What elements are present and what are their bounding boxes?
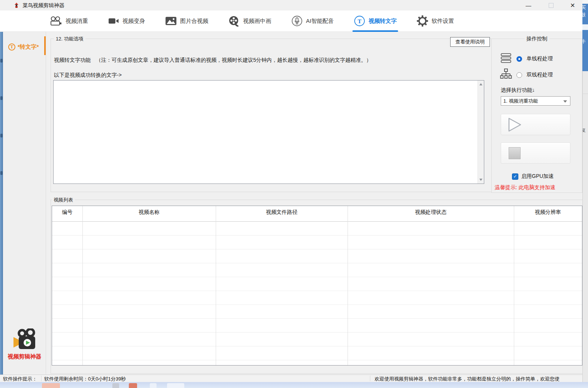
- background-window-strip: 买 鼓 牛 复: [582, 0, 588, 382]
- gpu-hint-text: 温馨提示: 此电脑支持加速: [495, 184, 555, 191]
- play-icon: [508, 117, 522, 132]
- video-table-body: [52, 222, 582, 366]
- video-table-header: 编号 视频名称 视频文件路径 视频处理状态 视频分辨率: [52, 206, 582, 222]
- status-bar: 软件操作提示： 软件使用剩余时间：0天0小时1分39秒 欢迎使用视频剪辑神器，软…: [0, 375, 588, 382]
- sidebar-item-label: *转文字*: [18, 43, 39, 51]
- column-divider: [348, 206, 348, 365]
- status-divider: [370, 376, 370, 381]
- column-divider: [216, 206, 216, 365]
- tab-label: 图片合视频: [180, 18, 208, 25]
- tab-ai-dubbing[interactable]: AI智能配音: [290, 10, 335, 32]
- select-function-label: 选择执行功能↓: [501, 87, 535, 94]
- column-header-path: 视频文件路径: [216, 206, 348, 221]
- single-thread-radio[interactable]: [516, 56, 522, 62]
- table-row: [52, 333, 582, 346]
- app-logo: 视频剪辑神器: [3, 328, 46, 360]
- tab-label: 软件设置: [431, 18, 454, 25]
- tab-label: 视频画中画: [243, 18, 271, 25]
- app-icon: [13, 2, 19, 8]
- table-row: [52, 319, 582, 333]
- chevron-down-icon: [563, 100, 567, 103]
- group-title: 操作控制: [525, 36, 549, 42]
- scroll-down-icon[interactable]: [479, 179, 482, 181]
- tab-video-transform[interactable]: 视频变身: [107, 10, 146, 32]
- edge-char: 复: [582, 127, 588, 134]
- video-list-group: 视频列表 编号 视频名称 视频文件路径 视频处理状态 视频分辨率: [51, 200, 587, 374]
- tab-video-to-text[interactable]: T 视频转文字: [352, 10, 398, 32]
- movie-camera-icon: [49, 16, 62, 26]
- gear-icon: [417, 15, 428, 27]
- scroll-up-icon[interactable]: [479, 83, 482, 85]
- film-reel-icon: [228, 15, 240, 27]
- stop-icon: [509, 147, 521, 159]
- sidebar: T *转文字* 视频剪辑神器: [3, 32, 46, 375]
- main-content: 12. 功能选项 查看使用说明 视频转文字功能 （注：可生成原创文章，建议导入普…: [46, 32, 582, 375]
- app-window: 菜鸟视频剪辑神器 — ✕ 视频消重 视频: [0, 0, 588, 388]
- column-divider: [82, 206, 83, 365]
- taskbar-icon: [150, 383, 157, 388]
- text-area-scrollbar[interactable]: [478, 81, 484, 184]
- tab-label: 视频转文字: [369, 18, 397, 25]
- letter-t-icon: T: [354, 15, 365, 27]
- tab-video-dedup[interactable]: 视频消重: [48, 10, 90, 32]
- minimize-button[interactable]: —: [520, 0, 537, 10]
- table-row: [52, 263, 582, 277]
- table-row: [52, 305, 582, 319]
- table-row: [52, 236, 582, 249]
- table-row: [52, 277, 582, 291]
- dual-thread-label: 双线程处理: [527, 72, 553, 78]
- video-camera-icon: [108, 17, 119, 25]
- taskbar-icon: [42, 383, 60, 388]
- tab-image-to-video[interactable]: 图片合视频: [164, 10, 210, 32]
- taskbar-icon: [112, 383, 119, 388]
- function-options-group: 12. 功能选项 查看使用说明 视频转文字功能 （注：可生成原创文章，建议导入普…: [51, 39, 492, 192]
- function-select[interactable]: 1. 视频消重功能: [501, 96, 570, 106]
- status-divider: [41, 376, 42, 381]
- tab-label: 视频消重: [66, 18, 88, 25]
- start-button[interactable]: [501, 114, 570, 135]
- function-select-value: 1. 视频消重功能: [503, 98, 538, 104]
- dual-thread-radio[interactable]: [516, 72, 522, 78]
- edge-char: 牛: [582, 38, 588, 45]
- sidebar-active-indicator: [44, 36, 46, 55]
- tab-label: 视频变身: [122, 18, 145, 25]
- edge-char: 鼓: [582, 11, 588, 19]
- status-welcome-text: 欢迎使用视频剪辑神器，软件功能非常多，功能都是独立分明的，操作简单，欢迎您使: [375, 376, 583, 382]
- group-title: 12. 功能选项: [54, 36, 85, 42]
- single-thread-row: 单线程处理: [500, 52, 553, 65]
- table-row: [52, 360, 582, 366]
- tab-settings[interactable]: 软件设置: [415, 10, 455, 32]
- feature-description: 视频转文字功能 （注：可生成原创文章，建议导入普通话标准的视频，视频时长建议5分…: [54, 57, 372, 64]
- close-button[interactable]: ✕: [564, 0, 581, 10]
- remaining-time-text: 软件使用剩余时间：0天0小时1分39秒: [44, 376, 126, 382]
- column-header-resolution: 视频分辨率: [514, 206, 582, 221]
- table-row: [52, 346, 582, 360]
- gpu-checkbox[interactable]: ✓: [512, 173, 518, 180]
- taskbar-strip: [0, 382, 588, 388]
- column-divider: [514, 206, 514, 365]
- taskbar-icon: [167, 383, 184, 388]
- movie-camera-logo-icon: [12, 328, 37, 350]
- stop-button[interactable]: [501, 142, 570, 164]
- gpu-checkbox-label: 启用GPU加速: [521, 173, 554, 180]
- operation-control-group: 操作控制 单线程处理: [491, 39, 582, 193]
- logo-text: 视频剪辑神器: [3, 353, 46, 360]
- converted-text-area[interactable]: [53, 80, 484, 184]
- maximize-button[interactable]: [542, 0, 560, 10]
- view-instructions-button[interactable]: 查看使用说明: [450, 37, 490, 47]
- gpu-acceleration-row: ✓ 启用GPU加速: [512, 173, 554, 180]
- table-row: [52, 249, 582, 263]
- sidebar-item-to-text[interactable]: T *转文字*: [3, 40, 46, 54]
- single-thread-label: 单线程处理: [527, 55, 553, 62]
- video-table[interactable]: 编号 视频名称 视频文件路径 视频处理状态 视频分辨率: [52, 206, 582, 366]
- tab-video-pip[interactable]: 视频画中画: [227, 10, 273, 32]
- maximize-icon: [549, 3, 554, 8]
- column-header-number: 编号: [52, 206, 82, 221]
- microphone-icon: [291, 15, 303, 27]
- tab-label: AI智能配音: [306, 18, 334, 25]
- single-thread-icon: [500, 52, 512, 65]
- dual-thread-row: 双线程处理: [500, 68, 553, 82]
- picture-icon: [165, 16, 177, 25]
- column-header-status: 视频处理状态: [348, 206, 514, 221]
- edge-char: 买: [582, 4, 588, 11]
